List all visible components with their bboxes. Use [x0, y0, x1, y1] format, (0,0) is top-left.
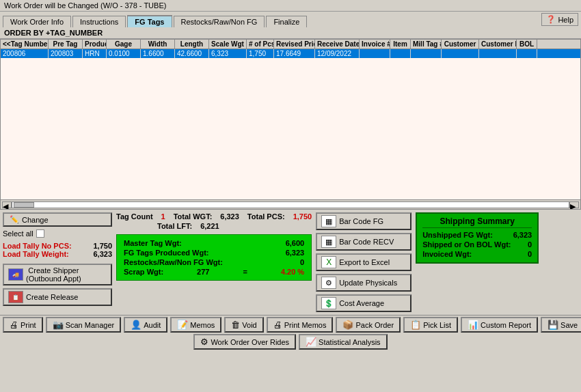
- cell-width: 1.6600: [141, 49, 175, 58]
- pack-order-button[interactable]: 📦 Pack Order: [336, 317, 401, 333]
- create-release-button[interactable]: 📋 Create Release: [3, 288, 112, 306]
- audit-icon: 👤: [131, 320, 141, 330]
- tab-work-order-info[interactable]: Work Order Info: [3, 16, 71, 27]
- shipped-bol-value: 0: [528, 240, 532, 249]
- help-button[interactable]: ❓ Help: [541, 13, 578, 26]
- scroll-right-btn[interactable]: ▶: [569, 201, 579, 208]
- void-icon: 🗑: [231, 320, 240, 330]
- cell-revised: 17.6649: [274, 49, 315, 58]
- shipping-summary-title: Shipping Summary: [422, 216, 532, 228]
- fg-tags-produced-row: FG Tags Produced Wgt: 6,323: [124, 249, 304, 257]
- print-memos-button[interactable]: 🖨 Print Memos: [267, 317, 334, 333]
- void-button[interactable]: 🗑 Void: [224, 317, 263, 333]
- center-panel: Tag Count 1 Total WGT: 6,323 Total PCS: …: [116, 212, 312, 281]
- title-text: Work Order will be Changed (W/O - 378 - …: [4, 1, 166, 10]
- overrides-icon: ⚙: [200, 337, 208, 347]
- cell-length: 42.6600: [175, 49, 209, 58]
- scan-manager-button[interactable]: 📷 Scan Manager: [46, 317, 122, 333]
- function-buttons-panel: ▦ Bar Code FG ▦ Bar Code RECV X Export t…: [316, 212, 411, 312]
- scroll-left-btn[interactable]: ◀: [2, 201, 12, 208]
- col-header-scalewgt: Scale Wgt: [209, 40, 247, 48]
- green-summary-box: Master Tag Wgt: 6,600 FG Tags Produced W…: [116, 234, 312, 281]
- statistical-analysis-button[interactable]: 📈 Statistical Analysis: [299, 334, 387, 350]
- invoiced-row: Invoiced Wgt: 0: [422, 250, 532, 258]
- shipping-summary-panel: Shipping Summary Unshipped FG Wgt: 6,323…: [416, 212, 539, 264]
- scrap-pct-value: 4.20 %: [281, 268, 304, 276]
- cell-customer: [442, 49, 479, 58]
- create-shipper-button[interactable]: 🚚 Create Shipper(Outbound Appt): [3, 264, 112, 285]
- tab-finalize[interactable]: Finalize: [266, 16, 307, 27]
- horizontal-scrollbar[interactable]: ◀ ▶: [1, 199, 580, 209]
- load-tally-pcs-label: Load Tally No PCS:: [3, 242, 72, 250]
- col-header-customer: Customer: [442, 40, 479, 48]
- custom-report-button[interactable]: 📊 Custom Report: [461, 317, 538, 333]
- action-buttons: 🚚 Create Shipper(Outbound Appt) 📋 Create…: [3, 264, 112, 306]
- footer-row2: ⚙ Work Order Over Rides 📈 Statistical An…: [3, 334, 578, 350]
- pick-list-button[interactable]: 📋 Pick List: [403, 317, 458, 333]
- total-lft-value: 6,221: [200, 222, 219, 230]
- pack-order-icon: 📦: [342, 320, 353, 330]
- order-label: ORDER BY +TAG_NUMBER: [0, 27, 581, 39]
- load-tally-wgt-label: Load Tally Weight:: [3, 250, 69, 258]
- footer-row1: 🖨 Print 📷 Scan Manager 👤 Audit 📝 Memos 🗑…: [3, 317, 578, 333]
- print-memos-icon: 🖨: [273, 320, 282, 330]
- change-button[interactable]: ✏️ Change: [3, 212, 112, 227]
- export-excel-button[interactable]: X Export to Excel: [316, 253, 411, 271]
- cell-tagnumber: 200806: [1, 49, 49, 58]
- unshipped-row: Unshipped FG Wgt: 6,323: [422, 231, 532, 239]
- load-tally-wgt-row: Load Tally Weight: 6,323: [3, 250, 112, 258]
- tab-instructions[interactable]: Instructions: [72, 16, 126, 27]
- grid-body: 200806 200803 HRN 0.0100 1.6600 42.6600 …: [1, 49, 580, 199]
- print-button[interactable]: 🖨 Print: [3, 317, 43, 333]
- save-icon: 💾: [548, 320, 558, 330]
- audit-button[interactable]: 👤 Audit: [124, 317, 167, 333]
- grid-header: <<Tag Number> Pre Tag Product Gage Width…: [1, 40, 580, 49]
- table-row[interactable]: 200806 200803 HRN 0.0100 1.6600 42.6600 …: [1, 49, 580, 58]
- scroll-thumb[interactable]: [14, 202, 34, 208]
- restocks-value: 0: [300, 258, 304, 266]
- tab-restocks[interactable]: Restocks/Raw/Non FG: [174, 16, 265, 27]
- release-icon: 📋: [8, 291, 23, 303]
- tab-fg-tags[interactable]: FG Tags: [127, 15, 172, 27]
- fg-tags-produced-label: FG Tags Produced Wgt:: [124, 249, 208, 257]
- barcode-fg-button[interactable]: ▦ Bar Code FG: [316, 212, 411, 230]
- cell-receivedate: 12/09/2022: [315, 49, 360, 58]
- controls-row: ✏️ Change Select all Load Tally No PCS: …: [3, 212, 578, 312]
- col-header-item: Item: [390, 40, 411, 48]
- unshipped-label: Unshipped FG Wgt:: [422, 231, 493, 239]
- memos-button[interactable]: 📝 Memos: [170, 317, 221, 333]
- save-button[interactable]: 💾 Save: [541, 317, 581, 333]
- stats-icon: 📈: [306, 337, 316, 347]
- shipped-on-bol-row: Shipped or On BOL Wgt: 0: [422, 240, 532, 249]
- cell-item: [390, 49, 411, 58]
- load-tally-pcs-row: Load Tally No PCS: 1,750: [3, 242, 112, 250]
- col-header-pcs: # of Pcs: [247, 40, 274, 48]
- work-order-overrides-button[interactable]: ⚙ Work Order Over Rides: [193, 334, 296, 350]
- scrap-row: Scrap Wgt: 277 = 4.20 %: [124, 268, 304, 276]
- update-physicals-button[interactable]: ⚙ Update Physicals: [316, 274, 411, 292]
- excel-icon: X: [321, 256, 336, 268]
- restocks-row: Restocks/Raw/Non FG Wgt: 0: [124, 258, 304, 266]
- scroll-track[interactable]: [12, 201, 569, 208]
- select-all-checkbox[interactable]: [36, 229, 44, 238]
- scrap-label: Scrap Wgt:: [124, 268, 163, 276]
- scrap-equals: =: [243, 268, 247, 276]
- col-header-product: Product: [83, 40, 107, 48]
- master-tag-label: Master Tag Wgt:: [124, 239, 182, 247]
- barcode-fg-icon: ▦: [321, 215, 336, 227]
- title-bar: Work Order will be Changed (W/O - 378 - …: [0, 0, 581, 12]
- select-all-row: Select all: [3, 229, 112, 238]
- cost-average-button[interactable]: 💲 Cost Average: [316, 294, 411, 312]
- cell-pcs: 1,750: [247, 49, 274, 58]
- gear-icon: ⚙: [321, 277, 336, 289]
- master-tag-row: Master Tag Wgt: 6,600: [124, 239, 304, 247]
- scan-icon: 📷: [53, 320, 64, 330]
- col-header-milltag: Mill Tag #: [411, 40, 442, 48]
- total-wgt-value: 6,323: [220, 212, 239, 221]
- tag-count-value: 1: [161, 212, 165, 221]
- print-icon: 🖨: [10, 320, 18, 330]
- barcode-recv-button[interactable]: ▦ Bar Code RECV: [316, 233, 411, 251]
- pick-list-icon: 📋: [410, 320, 421, 330]
- cell-invoice: [360, 49, 390, 58]
- col-header-invoice: Invoice #: [360, 40, 390, 48]
